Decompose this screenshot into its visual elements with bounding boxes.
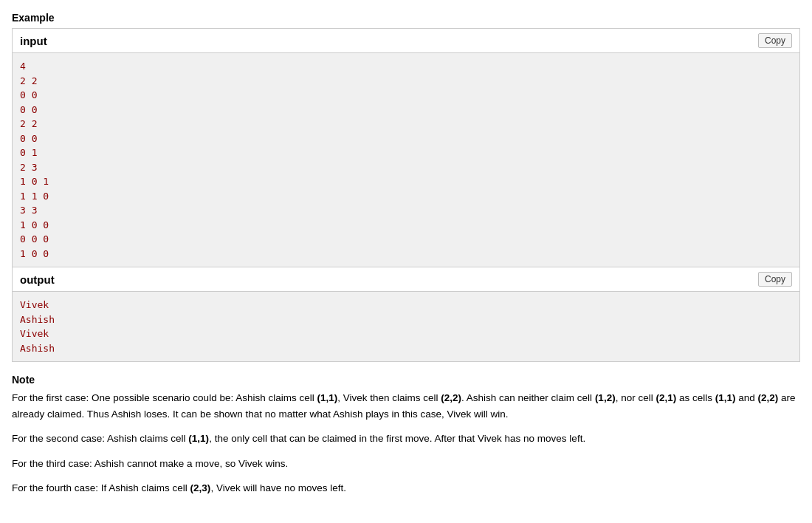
note-section: Note For the first case: One possible sc… bbox=[12, 374, 800, 496]
input-label: input bbox=[20, 35, 47, 47]
output-label: output bbox=[20, 273, 55, 286]
math-8: (2,3) bbox=[190, 482, 211, 493]
math-5: (1,1) bbox=[715, 392, 736, 403]
note-para-1: For the first case: One possible scenari… bbox=[12, 390, 800, 422]
example-section: Example input Copy 4 2 2 0 0 0 0 2 2 0 0… bbox=[12, 12, 800, 362]
math-4: (2,1) bbox=[656, 392, 676, 403]
output-copy-button[interactable]: Copy bbox=[758, 272, 792, 287]
note-para-3: For the third case: Ashish cannot make a… bbox=[12, 456, 800, 472]
math-7: (1,1) bbox=[188, 433, 209, 444]
math-2: (2,2) bbox=[441, 392, 461, 403]
input-content: 4 2 2 0 0 0 0 2 2 0 0 0 1 2 3 1 0 1 1 1 … bbox=[13, 53, 799, 267]
output-content: Vivek Ashish Vivek Ashish bbox=[13, 292, 799, 361]
input-copy-button[interactable]: Copy bbox=[758, 33, 792, 48]
input-header: input Copy bbox=[13, 29, 799, 53]
math-3: (1,2) bbox=[595, 392, 616, 403]
note-title: Note bbox=[12, 374, 800, 386]
note-para-2: For the second case: Ashish claims cell … bbox=[12, 431, 800, 447]
note-para-4: For the fourth case: If Ashish claims ce… bbox=[12, 480, 800, 496]
example-box: input Copy 4 2 2 0 0 0 0 2 2 0 0 0 1 2 3… bbox=[12, 28, 800, 362]
output-header: output Copy bbox=[13, 267, 799, 292]
math-6: (2,2) bbox=[758, 392, 779, 403]
math-1: (1,1) bbox=[317, 392, 337, 403]
example-title: Example bbox=[12, 12, 800, 24]
